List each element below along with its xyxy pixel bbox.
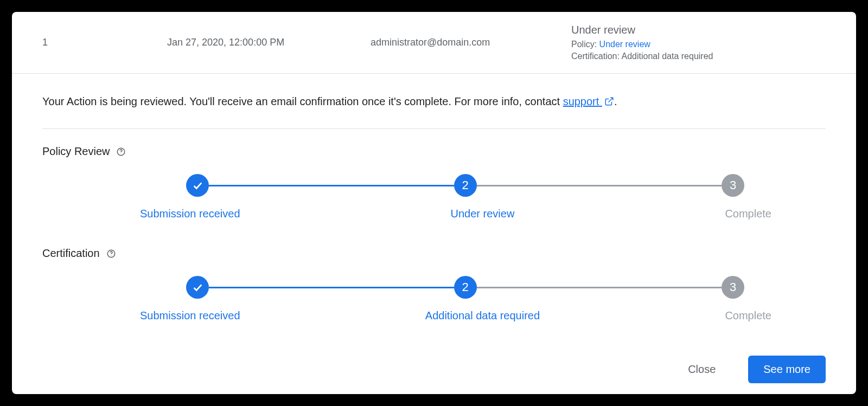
policy-step-3-node: 3 xyxy=(722,174,744,197)
divider xyxy=(42,128,826,129)
certification-labels: Submission received Additional data requ… xyxy=(42,310,826,322)
summary-date: Jan 27, 2020, 12:00:00 PM xyxy=(167,37,371,48)
status-title: Under review xyxy=(571,24,834,36)
svg-line-0 xyxy=(608,98,612,102)
status-policy: Policy: Under review xyxy=(571,40,834,49)
intro-text: Your Action is being reviewed. You'll re… xyxy=(42,95,826,108)
support-link[interactable]: support xyxy=(563,95,614,107)
check-icon xyxy=(192,179,203,191)
see-more-button[interactable]: See more xyxy=(748,356,826,383)
policy-connector-2 xyxy=(477,185,722,186)
intro-part-b: . xyxy=(614,95,617,107)
cert-step-3-node: 3 xyxy=(722,276,744,299)
panel-body: Your Action is being reviewed. You'll re… xyxy=(12,74,856,322)
policy-review-label: Policy Review xyxy=(42,145,826,158)
check-icon xyxy=(192,281,203,293)
summary-number: 1 xyxy=(42,37,167,48)
summary-status: Under review Policy: Under review Certif… xyxy=(571,24,834,61)
status-cert-value: Additional data required xyxy=(621,51,713,61)
policy-step-2-label: Under review xyxy=(451,208,515,220)
policy-step-2-node: 2 xyxy=(454,174,477,197)
cert-step-2-node: 2 xyxy=(454,276,477,299)
policy-step-1-label: Submission received xyxy=(140,208,240,220)
svg-point-4 xyxy=(111,255,111,256)
cert-connector-1 xyxy=(209,287,454,288)
policy-review-title: Policy Review xyxy=(42,145,110,158)
help-icon[interactable] xyxy=(106,249,116,259)
certification-track: 2 3 xyxy=(42,276,826,299)
policy-step-1-node xyxy=(186,174,209,197)
cert-connector-2 xyxy=(477,287,722,288)
svg-point-2 xyxy=(121,153,122,154)
policy-review-labels: Submission received Under review Complet… xyxy=(42,208,826,220)
cert-step-1-node xyxy=(186,276,209,299)
certification-label: Certification xyxy=(42,247,826,260)
status-policy-label: Policy: xyxy=(571,40,597,49)
policy-step-3-label: Complete xyxy=(725,208,771,220)
summary-row: 1 Jan 27, 2020, 12:00:00 PM administrato… xyxy=(12,12,856,74)
policy-connector-1 xyxy=(209,185,454,186)
certification-stepper: 2 3 Submission received Additional data … xyxy=(42,276,826,322)
review-panel: 1 Jan 27, 2020, 12:00:00 PM administrato… xyxy=(12,12,856,394)
cert-step-1-label: Submission received xyxy=(140,310,240,322)
certification-title: Certification xyxy=(42,247,100,260)
help-icon[interactable] xyxy=(116,147,126,157)
status-cert: Certification: Additional data required xyxy=(571,51,834,61)
policy-review-track: 2 3 xyxy=(42,174,826,197)
status-cert-label: Certification: xyxy=(571,51,620,61)
close-button[interactable]: Close xyxy=(677,357,726,382)
footer-actions: Close See more xyxy=(677,356,826,383)
summary-email: administrator@domain.com xyxy=(371,37,571,48)
policy-review-stepper: 2 3 Submission received Under review Com… xyxy=(42,174,826,220)
status-policy-link[interactable]: Under review xyxy=(599,40,650,49)
cert-step-3-label: Complete xyxy=(725,310,771,322)
cert-step-2-label: Additional data required xyxy=(425,310,540,322)
external-link-icon xyxy=(604,96,614,106)
intro-part-a: Your Action is being reviewed. You'll re… xyxy=(42,95,563,107)
